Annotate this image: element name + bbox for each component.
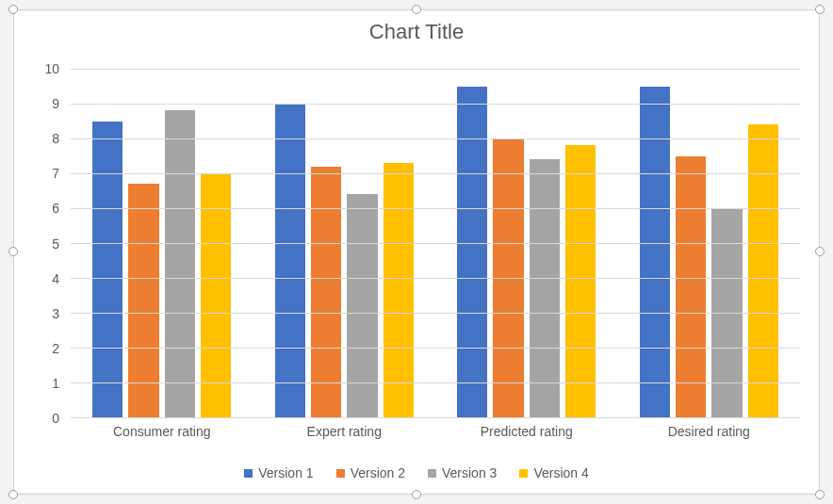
legend-label: Version 1 bbox=[258, 465, 313, 480]
x-tick-label: Predicted rating bbox=[435, 424, 618, 439]
legend-item[interactable]: Version 2 bbox=[336, 465, 405, 480]
y-tick-label: 0 bbox=[37, 411, 59, 426]
y-tick-label: 9 bbox=[37, 96, 59, 111]
grid-line bbox=[71, 348, 800, 349]
chart-frame[interactable]: Chart Title 012345678910 Consumer rating… bbox=[13, 9, 820, 495]
grid-line bbox=[71, 138, 800, 139]
selection-handle[interactable] bbox=[815, 5, 825, 14]
bar[interactable] bbox=[640, 87, 670, 418]
selection-handle[interactable] bbox=[8, 247, 18, 256]
y-tick-label: 2 bbox=[37, 341, 59, 356]
plot-area[interactable]: 012345678910 Consumer ratingExpert ratin… bbox=[42, 69, 800, 418]
y-tick-label: 4 bbox=[37, 271, 59, 286]
bar[interactable] bbox=[457, 87, 487, 418]
legend-label: Version 4 bbox=[533, 465, 588, 480]
legend-swatch bbox=[519, 469, 528, 478]
grid-line bbox=[71, 173, 800, 174]
y-tick-label: 7 bbox=[37, 166, 59, 181]
selection-handle[interactable] bbox=[412, 5, 421, 14]
bar[interactable] bbox=[165, 110, 195, 417]
bar[interactable] bbox=[92, 122, 122, 418]
grid-line bbox=[71, 69, 800, 70]
bar[interactable] bbox=[676, 156, 706, 418]
y-tick-label: 6 bbox=[37, 201, 59, 216]
x-tick-label: Desired rating bbox=[618, 424, 801, 439]
y-axis: 012345678910 bbox=[37, 69, 65, 418]
bar[interactable] bbox=[347, 194, 377, 417]
legend[interactable]: Version 1Version 2Version 3Version 4 bbox=[14, 465, 819, 480]
y-tick-label: 8 bbox=[37, 131, 59, 146]
y-tick-label: 10 bbox=[37, 61, 59, 76]
legend-item[interactable]: Version 3 bbox=[428, 465, 497, 480]
grid-line bbox=[71, 313, 800, 314]
grid-line bbox=[71, 104, 800, 105]
grid-line bbox=[71, 278, 800, 279]
chart-title[interactable]: Chart Title bbox=[14, 10, 819, 57]
x-tick-label: Expert rating bbox=[253, 424, 436, 439]
selection-handle[interactable] bbox=[8, 5, 18, 14]
selection-handle[interactable] bbox=[412, 490, 421, 499]
legend-swatch bbox=[244, 469, 253, 478]
grid-line bbox=[71, 382, 800, 383]
legend-swatch bbox=[428, 469, 436, 478]
grid-line bbox=[71, 208, 800, 209]
legend-item[interactable]: Version 1 bbox=[244, 465, 313, 480]
bar[interactable] bbox=[748, 124, 778, 417]
bar[interactable] bbox=[565, 145, 596, 417]
legend-item[interactable]: Version 4 bbox=[519, 465, 588, 480]
bar[interactable] bbox=[384, 163, 414, 417]
grid-line bbox=[71, 243, 800, 244]
x-axis-labels: Consumer ratingExpert ratingPredicted ra… bbox=[71, 418, 800, 439]
legend-label: Version 3 bbox=[442, 465, 497, 480]
bar[interactable] bbox=[530, 159, 560, 417]
selection-handle[interactable] bbox=[815, 247, 825, 256]
bar[interactable] bbox=[201, 173, 231, 417]
x-tick-label: Consumer rating bbox=[71, 424, 253, 439]
selection-handle[interactable] bbox=[815, 490, 825, 499]
bar[interactable] bbox=[275, 104, 305, 417]
bar[interactable] bbox=[311, 167, 341, 417]
y-tick-label: 3 bbox=[37, 306, 59, 321]
legend-label: Version 2 bbox=[351, 465, 405, 480]
y-tick-label: 1 bbox=[37, 376, 59, 391]
y-tick-label: 5 bbox=[37, 236, 59, 252]
selection-handle[interactable] bbox=[8, 490, 18, 499]
plot-grid bbox=[71, 69, 800, 418]
legend-swatch bbox=[336, 469, 345, 478]
